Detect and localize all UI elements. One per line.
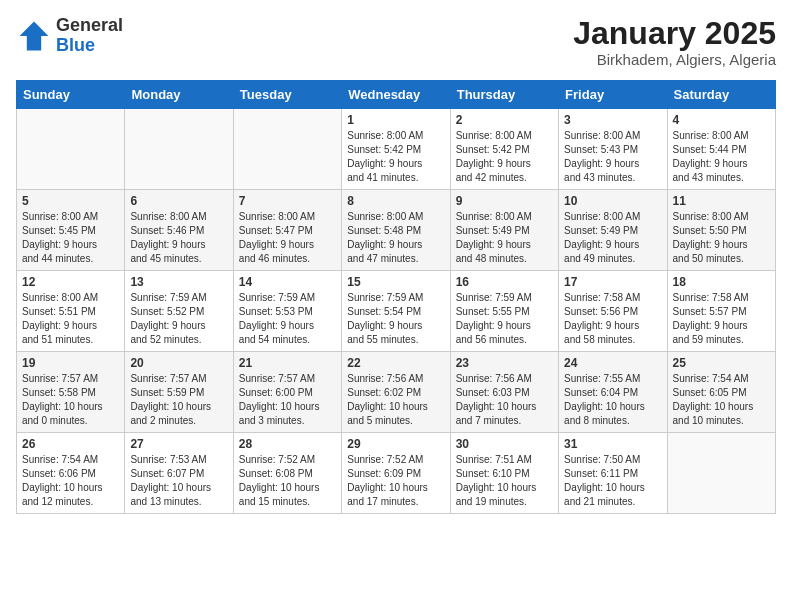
day-number: 23	[456, 356, 553, 370]
week-row-3: 12Sunrise: 8:00 AM Sunset: 5:51 PM Dayli…	[17, 271, 776, 352]
week-row-4: 19Sunrise: 7:57 AM Sunset: 5:58 PM Dayli…	[17, 352, 776, 433]
cell-content: Sunrise: 8:00 AM Sunset: 5:45 PM Dayligh…	[22, 210, 119, 266]
day-number: 31	[564, 437, 661, 451]
cell-content: Sunrise: 7:54 AM Sunset: 6:06 PM Dayligh…	[22, 453, 119, 509]
calendar-cell: 20Sunrise: 7:57 AM Sunset: 5:59 PM Dayli…	[125, 352, 233, 433]
cell-content: Sunrise: 7:59 AM Sunset: 5:53 PM Dayligh…	[239, 291, 336, 347]
calendar-cell: 12Sunrise: 8:00 AM Sunset: 5:51 PM Dayli…	[17, 271, 125, 352]
calendar-cell: 30Sunrise: 7:51 AM Sunset: 6:10 PM Dayli…	[450, 433, 558, 514]
day-number: 22	[347, 356, 444, 370]
calendar-cell: 9Sunrise: 8:00 AM Sunset: 5:49 PM Daylig…	[450, 190, 558, 271]
calendar-cell: 25Sunrise: 7:54 AM Sunset: 6:05 PM Dayli…	[667, 352, 775, 433]
header-row: Sunday Monday Tuesday Wednesday Thursday…	[17, 81, 776, 109]
day-number: 14	[239, 275, 336, 289]
day-number: 19	[22, 356, 119, 370]
cell-content: Sunrise: 7:51 AM Sunset: 6:10 PM Dayligh…	[456, 453, 553, 509]
calendar-cell: 28Sunrise: 7:52 AM Sunset: 6:08 PM Dayli…	[233, 433, 341, 514]
col-saturday: Saturday	[667, 81, 775, 109]
day-number: 12	[22, 275, 119, 289]
cell-content: Sunrise: 7:59 AM Sunset: 5:54 PM Dayligh…	[347, 291, 444, 347]
day-number: 10	[564, 194, 661, 208]
calendar-cell: 18Sunrise: 7:58 AM Sunset: 5:57 PM Dayli…	[667, 271, 775, 352]
calendar-cell: 27Sunrise: 7:53 AM Sunset: 6:07 PM Dayli…	[125, 433, 233, 514]
calendar-cell: 17Sunrise: 7:58 AM Sunset: 5:56 PM Dayli…	[559, 271, 667, 352]
calendar-cell	[125, 109, 233, 190]
day-number: 17	[564, 275, 661, 289]
svg-marker-0	[20, 21, 49, 50]
day-number: 16	[456, 275, 553, 289]
day-number: 26	[22, 437, 119, 451]
calendar-table: Sunday Monday Tuesday Wednesday Thursday…	[16, 80, 776, 514]
calendar-cell: 3Sunrise: 8:00 AM Sunset: 5:43 PM Daylig…	[559, 109, 667, 190]
cell-content: Sunrise: 7:58 AM Sunset: 5:57 PM Dayligh…	[673, 291, 770, 347]
day-number: 13	[130, 275, 227, 289]
calendar-cell: 31Sunrise: 7:50 AM Sunset: 6:11 PM Dayli…	[559, 433, 667, 514]
calendar-cell: 22Sunrise: 7:56 AM Sunset: 6:02 PM Dayli…	[342, 352, 450, 433]
day-number: 4	[673, 113, 770, 127]
col-thursday: Thursday	[450, 81, 558, 109]
page-header: General Blue January 2025 Birkhadem, Alg…	[16, 16, 776, 68]
calendar-cell: 4Sunrise: 8:00 AM Sunset: 5:44 PM Daylig…	[667, 109, 775, 190]
day-number: 3	[564, 113, 661, 127]
cell-content: Sunrise: 8:00 AM Sunset: 5:43 PM Dayligh…	[564, 129, 661, 185]
day-number: 27	[130, 437, 227, 451]
logo-blue: Blue	[56, 36, 123, 56]
day-number: 25	[673, 356, 770, 370]
calendar-cell: 7Sunrise: 8:00 AM Sunset: 5:47 PM Daylig…	[233, 190, 341, 271]
day-number: 29	[347, 437, 444, 451]
week-row-1: 1Sunrise: 8:00 AM Sunset: 5:42 PM Daylig…	[17, 109, 776, 190]
calendar-cell: 24Sunrise: 7:55 AM Sunset: 6:04 PM Dayli…	[559, 352, 667, 433]
day-number: 1	[347, 113, 444, 127]
calendar-cell: 16Sunrise: 7:59 AM Sunset: 5:55 PM Dayli…	[450, 271, 558, 352]
calendar-cell	[667, 433, 775, 514]
logo-icon	[16, 18, 52, 54]
cell-content: Sunrise: 8:00 AM Sunset: 5:46 PM Dayligh…	[130, 210, 227, 266]
cell-content: Sunrise: 7:55 AM Sunset: 6:04 PM Dayligh…	[564, 372, 661, 428]
cell-content: Sunrise: 8:00 AM Sunset: 5:47 PM Dayligh…	[239, 210, 336, 266]
cell-content: Sunrise: 8:00 AM Sunset: 5:49 PM Dayligh…	[456, 210, 553, 266]
week-row-2: 5Sunrise: 8:00 AM Sunset: 5:45 PM Daylig…	[17, 190, 776, 271]
calendar-cell	[17, 109, 125, 190]
calendar-cell: 11Sunrise: 8:00 AM Sunset: 5:50 PM Dayli…	[667, 190, 775, 271]
day-number: 30	[456, 437, 553, 451]
calendar-cell: 2Sunrise: 8:00 AM Sunset: 5:42 PM Daylig…	[450, 109, 558, 190]
calendar-cell: 10Sunrise: 8:00 AM Sunset: 5:49 PM Dayli…	[559, 190, 667, 271]
day-number: 21	[239, 356, 336, 370]
calendar-cell: 15Sunrise: 7:59 AM Sunset: 5:54 PM Dayli…	[342, 271, 450, 352]
cell-content: Sunrise: 7:52 AM Sunset: 6:08 PM Dayligh…	[239, 453, 336, 509]
cell-content: Sunrise: 8:00 AM Sunset: 5:42 PM Dayligh…	[456, 129, 553, 185]
cell-content: Sunrise: 7:56 AM Sunset: 6:03 PM Dayligh…	[456, 372, 553, 428]
calendar-cell: 1Sunrise: 8:00 AM Sunset: 5:42 PM Daylig…	[342, 109, 450, 190]
day-number: 15	[347, 275, 444, 289]
calendar-cell: 8Sunrise: 8:00 AM Sunset: 5:48 PM Daylig…	[342, 190, 450, 271]
cell-content: Sunrise: 8:00 AM Sunset: 5:51 PM Dayligh…	[22, 291, 119, 347]
col-monday: Monday	[125, 81, 233, 109]
cell-content: Sunrise: 7:57 AM Sunset: 5:58 PM Dayligh…	[22, 372, 119, 428]
cell-content: Sunrise: 8:00 AM Sunset: 5:44 PM Dayligh…	[673, 129, 770, 185]
col-wednesday: Wednesday	[342, 81, 450, 109]
calendar-title: January 2025	[573, 16, 776, 51]
day-number: 7	[239, 194, 336, 208]
cell-content: Sunrise: 7:57 AM Sunset: 6:00 PM Dayligh…	[239, 372, 336, 428]
calendar-cell: 13Sunrise: 7:59 AM Sunset: 5:52 PM Dayli…	[125, 271, 233, 352]
day-number: 28	[239, 437, 336, 451]
day-number: 2	[456, 113, 553, 127]
cell-content: Sunrise: 8:00 AM Sunset: 5:42 PM Dayligh…	[347, 129, 444, 185]
calendar-subtitle: Birkhadem, Algiers, Algeria	[573, 51, 776, 68]
day-number: 11	[673, 194, 770, 208]
day-number: 20	[130, 356, 227, 370]
title-block: January 2025 Birkhadem, Algiers, Algeria	[573, 16, 776, 68]
logo-general: General	[56, 16, 123, 36]
col-sunday: Sunday	[17, 81, 125, 109]
col-tuesday: Tuesday	[233, 81, 341, 109]
day-number: 5	[22, 194, 119, 208]
day-number: 24	[564, 356, 661, 370]
calendar-cell: 5Sunrise: 8:00 AM Sunset: 5:45 PM Daylig…	[17, 190, 125, 271]
calendar-cell: 14Sunrise: 7:59 AM Sunset: 5:53 PM Dayli…	[233, 271, 341, 352]
day-number: 8	[347, 194, 444, 208]
calendar-cell: 19Sunrise: 7:57 AM Sunset: 5:58 PM Dayli…	[17, 352, 125, 433]
cell-content: Sunrise: 8:00 AM Sunset: 5:50 PM Dayligh…	[673, 210, 770, 266]
calendar-cell: 29Sunrise: 7:52 AM Sunset: 6:09 PM Dayli…	[342, 433, 450, 514]
calendar-cell: 21Sunrise: 7:57 AM Sunset: 6:00 PM Dayli…	[233, 352, 341, 433]
cell-content: Sunrise: 7:57 AM Sunset: 5:59 PM Dayligh…	[130, 372, 227, 428]
